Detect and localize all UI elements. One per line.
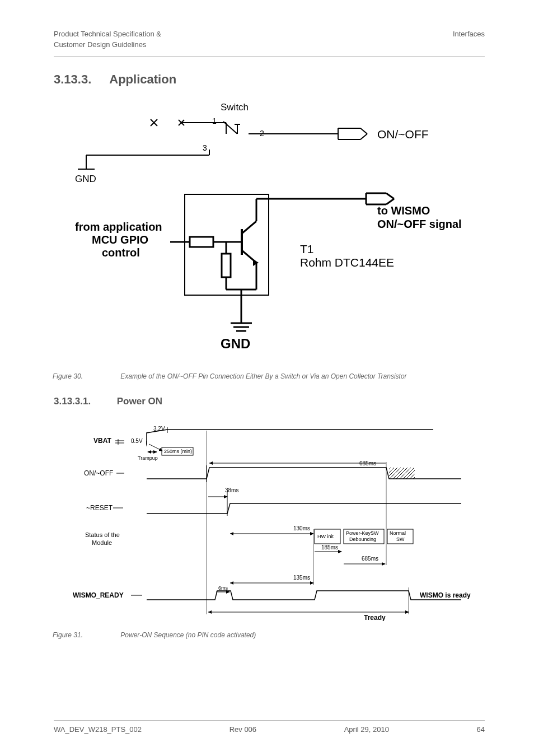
label-normal-2: SW: [396, 536, 405, 542]
label-6ms: 6ms: [218, 585, 228, 591]
label-from-app-3: control: [102, 246, 140, 259]
label-to-wismo-2: ON/~OFF signal: [377, 218, 462, 230]
svg-line-43: [386, 193, 394, 199]
label-onoff: ON/~OFF: [84, 469, 113, 477]
label-hwinit: HW init: [317, 534, 334, 539]
svg-line-44: [386, 199, 394, 204]
label-tready: Tready: [364, 614, 386, 621]
svg-marker-71: [230, 581, 233, 585]
section-heading-power-on: 3.13.3.1. Power ON: [54, 396, 485, 407]
label-switch: Switch: [221, 102, 249, 113]
footer-doc: WA_DEV_W218_PTS_002: [54, 725, 142, 734]
label-vbat: VBAT: [93, 437, 111, 445]
svg-line-10: [360, 128, 367, 134]
label-gnd-top: GND: [75, 174, 96, 184]
figure-30-svg: Switch 1 2 3 ON/~OFF GND from appli: [53, 99, 484, 362]
label-on-off: ON/~OFF: [377, 128, 429, 141]
header-left: Product Technical Specification & Custom…: [54, 29, 161, 50]
label-t1: T1: [300, 242, 314, 255]
figure-31-caption: Figure 31. Power-ON Sequence (no PIN cod…: [53, 631, 484, 639]
section-heading-application: 3.13.3. Application: [54, 72, 485, 87]
label-135ms: 135ms: [293, 575, 310, 581]
label-685ms-b: 685ms: [362, 556, 378, 562]
figure-31-number: Figure 31.: [53, 631, 119, 639]
svg-line-29: [242, 221, 256, 234]
figure-30: Switch 1 2 3 ON/~OFF GND from appli: [53, 99, 484, 380]
svg-rect-22: [190, 237, 213, 247]
figure-30-number: Figure 30.: [53, 372, 119, 380]
svg-marker-59: [209, 461, 213, 465]
label-pin1: 1: [212, 116, 217, 125]
svg-rect-24: [222, 254, 231, 277]
heading-title-sub: Power ON: [117, 396, 162, 407]
label-status-1: Status of the: [85, 531, 120, 538]
svg-marker-64: [230, 532, 233, 535]
svg-marker-75: [208, 610, 212, 614]
footer-rev: Rev 006: [229, 725, 256, 734]
figure-30-text: Example of the ON/~OFF Pin Connection Ei…: [120, 372, 406, 380]
label-reset: ~RESET: [86, 504, 113, 512]
figure-30-caption: Figure 30. Example of the ON/~OFF Pin Co…: [53, 372, 484, 380]
label-from-app-2: MCU GPIO: [92, 234, 148, 246]
label-wismo-ready: WISMO_READY: [73, 591, 124, 599]
svg-rect-56: [389, 468, 415, 479]
page-header: Product Technical Specification & Custom…: [54, 29, 485, 57]
header-line1: Product Technical Specification &: [54, 29, 161, 40]
label-130ms: 130ms: [293, 525, 310, 531]
heading-number-sub: 3.13.3.1.: [54, 396, 114, 407]
page-footer: WA_DEV_W218_PTS_002 Rev 006 April 29, 20…: [54, 720, 485, 734]
heading-number: 3.13.3.: [54, 72, 106, 87]
footer-page: 64: [477, 725, 485, 734]
figure-31-text: Power-ON Sequence (no PIN code activated…: [120, 631, 256, 639]
svg-line-11: [360, 134, 367, 139]
svg-line-2: [223, 122, 237, 134]
header-line2: Customer Design Guidelines: [54, 40, 161, 50]
footer-date: April 29, 2010: [344, 725, 389, 734]
label-to-wismo-1: to WISMO: [377, 204, 430, 217]
label-pksw-2: Debouncing: [349, 536, 376, 542]
figure-31: VBAT 3.2V 0.5V Trampup 250ms (min) ON/~O…: [53, 419, 484, 639]
label-wismo-ready-note: WISMO is ready: [420, 591, 471, 599]
label-185ms: 185ms: [321, 544, 338, 550]
heading-title: Application: [109, 72, 176, 86]
label-pin3: 3: [203, 143, 207, 152]
header-right: Interfaces: [453, 29, 485, 50]
label-trampup: Trampup: [138, 455, 158, 461]
label-status-2: Module: [92, 539, 112, 546]
label-pksw-1: Power-KeySW: [346, 530, 379, 536]
svg-line-54: [149, 444, 162, 451]
label-rohm: Rohm DTC144EE: [300, 256, 394, 269]
label-0-5v: 0.5V: [131, 438, 143, 444]
label-normal-1: Normal: [390, 530, 406, 536]
label-250ms: 250ms (min): [164, 449, 192, 454]
label-gnd-bottom: GND: [221, 336, 250, 351]
label-from-app-1: from application: [75, 221, 162, 233]
figure-31-svg: VBAT 3.2V 0.5V Trampup 250ms (min) ON/~O…: [53, 419, 484, 621]
